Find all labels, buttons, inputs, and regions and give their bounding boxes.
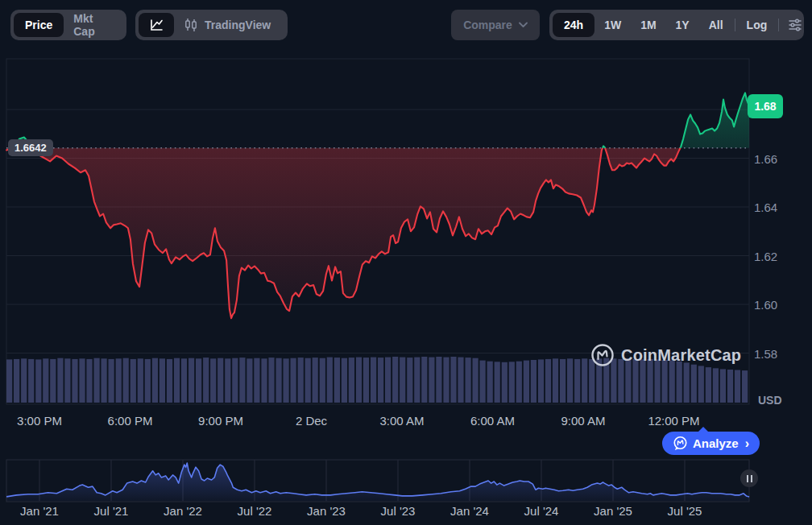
coinmarketcap-logo-icon xyxy=(590,343,615,367)
log-scale-button[interactable]: Log xyxy=(737,13,777,37)
tradingview-label: TradingView xyxy=(205,19,271,31)
range-selector: 24h1W1M1YAll Log xyxy=(549,10,804,40)
chart-type-toggle: TradingView xyxy=(135,10,288,40)
sliders-icon xyxy=(787,17,803,33)
divider xyxy=(735,19,735,31)
compare-label: Compare xyxy=(463,19,512,31)
y-axis-label: 1.60 xyxy=(754,298,777,312)
minimap-axis-label: Jul '24 xyxy=(524,504,559,518)
minimap-axis-label: Jan '25 xyxy=(594,504,632,518)
minimap-axis-label: Jan '24 xyxy=(450,504,489,518)
minimap-axis-label: Jan '22 xyxy=(164,504,202,518)
mktcap-tab[interactable]: Mkt Cap xyxy=(64,13,123,37)
minimap-axis-label: Jan '21 xyxy=(20,504,59,518)
candlestick-icon xyxy=(184,17,198,33)
price-mktcap-toggle: Price Mkt Cap xyxy=(10,10,126,40)
cmc-price-chart-page: Price Mkt Cap TradingView Compare xyxy=(0,0,812,525)
minimap-axis-label: Jul '25 xyxy=(668,504,702,518)
y-axis-label: 1.58 xyxy=(754,347,777,361)
x-axis-label: 2 Dec xyxy=(296,414,327,428)
x-axis-label: 12:00 PM xyxy=(648,414,699,428)
x-axis-label: 6:00 AM xyxy=(470,414,515,428)
watermark-text: CoinMarketCap xyxy=(621,346,741,365)
range-button-1m[interactable]: 1M xyxy=(631,13,665,37)
minimap-axis-label: Jul '22 xyxy=(238,504,272,518)
range-button-1w[interactable]: 1W xyxy=(594,13,631,37)
chevron-down-icon xyxy=(519,22,528,28)
x-axis-label: 9:00 PM xyxy=(198,414,243,428)
chart-settings-button[interactable] xyxy=(781,13,810,37)
range-button-all[interactable]: All xyxy=(699,13,733,37)
analyze-label: Analyze xyxy=(693,436,739,450)
range-button-1y[interactable]: 1Y xyxy=(666,13,699,37)
currency-label: USD xyxy=(758,394,782,407)
minimap-axis-label: Jul '23 xyxy=(381,504,416,518)
price-tab[interactable]: Price xyxy=(14,13,64,37)
line-chart-tab[interactable] xyxy=(139,13,174,37)
x-axis-label: 9:00 AM xyxy=(561,414,605,428)
y-axis-label: 1.64 xyxy=(754,200,777,214)
open-price-label: 1.6642 xyxy=(8,139,53,156)
x-axis-label: 3:00 PM xyxy=(17,414,62,428)
line-chart-icon xyxy=(148,17,164,33)
minimap-axis-label: Jul '21 xyxy=(94,504,129,518)
chevron-right-icon: › xyxy=(745,436,749,451)
coinmarketcap-watermark: CoinMarketCap xyxy=(590,343,741,367)
last-price-badge: 1.68 xyxy=(748,94,783,118)
y-axis-label: 1.62 xyxy=(754,250,777,263)
x-axis-label: 6:00 PM xyxy=(108,414,153,428)
x-axis-label: 3:00 AM xyxy=(379,414,424,428)
divider xyxy=(778,19,779,31)
tradingview-tab[interactable]: TradingView xyxy=(174,13,280,37)
compare-button[interactable]: Compare xyxy=(451,10,540,40)
cmc-chat-logo-icon xyxy=(673,436,688,451)
range-button-24h[interactable]: 24h xyxy=(553,13,594,37)
y-axis-label: 1.66 xyxy=(754,152,777,166)
analyze-button[interactable]: Analyze › xyxy=(662,432,760,455)
minimap-scrub-handle[interactable] xyxy=(740,469,758,487)
minimap-axis-label: Jan '23 xyxy=(307,504,346,518)
